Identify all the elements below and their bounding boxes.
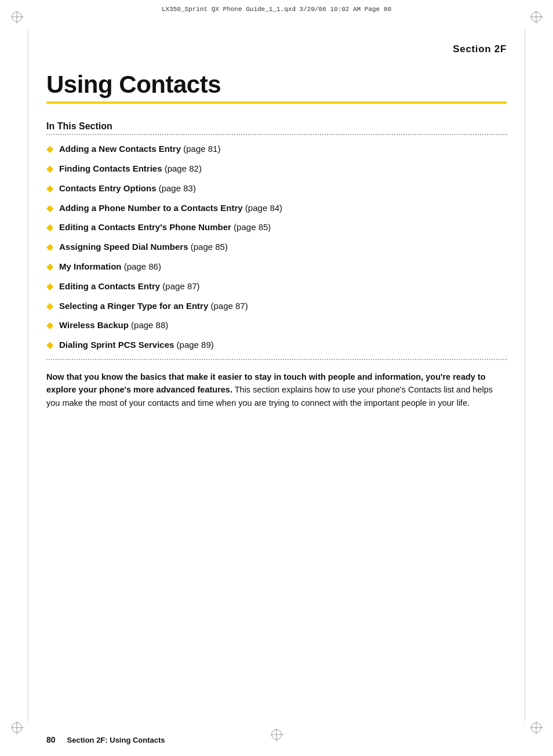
description-paragraph: Now that you know the basics that make i… [46, 370, 507, 409]
item-normal-text: (page 81) [181, 144, 220, 154]
title-underline [46, 101, 507, 104]
diamond-icon: ◆ [46, 202, 53, 215]
diamond-icon: ◆ [46, 183, 53, 195]
diamond-icon: ◆ [46, 319, 53, 332]
item-bold-text: Adding a New Contacts Entry [59, 144, 181, 154]
in-this-section-heading: In This Section [46, 121, 507, 132]
diamond-icon: ◆ [46, 281, 53, 293]
item-bold-text: Dialing Sprint PCS Services [59, 340, 174, 350]
page-footer: 80 Section 2F: Using Contacts [46, 735, 507, 744]
item-normal-text: (page 87) [160, 281, 199, 291]
list-item: ◆ Finding Contacts Entries (page 82) [46, 163, 507, 175]
item-normal-text: (page 89) [174, 340, 213, 350]
file-header-bar: LX350_Sprint QX Phone Guide_1_1.qxd 3/20… [0, 0, 553, 19]
item-normal-text: (page 87) [208, 301, 248, 311]
reg-mark-bottom-left [12, 722, 22, 733]
list-item: ◆ Adding a Phone Number to a Contacts En… [46, 202, 507, 215]
item-bold-text: Contacts Entry Options [59, 183, 157, 193]
item-normal-text: (page 83) [157, 183, 196, 193]
item-normal-text: (page 84) [243, 203, 282, 213]
reg-mark-bottom-right [531, 722, 541, 733]
list-item: ◆ Wireless Backup (page 88) [46, 319, 507, 332]
item-bold-text: Finding Contacts Entries [59, 163, 162, 173]
list-item: ◆ Dialing Sprint PCS Services (page 89) [46, 339, 507, 351]
list-item: ◆ Contacts Entry Options (page 83) [46, 183, 507, 195]
page-content: Section 2F Using Contacts In This Sectio… [46, 32, 507, 715]
diamond-icon: ◆ [46, 261, 53, 273]
item-bold-text: Editing a Contacts Entry [59, 281, 160, 291]
diamond-icon: ◆ [46, 300, 53, 312]
item-normal-text: (page 88) [129, 320, 168, 330]
list-item: ◆ Assigning Speed Dial Numbers (page 85) [46, 241, 507, 253]
diamond-icon: ◆ [46, 339, 53, 351]
list-item: ◆ My Information (page 86) [46, 261, 507, 273]
footer-section-label: Section 2F: Using Contacts [67, 736, 165, 744]
list-item: ◆ Selecting a Ringer Type for an Entry (… [46, 300, 507, 312]
item-normal-text: (page 86) [122, 261, 161, 271]
item-bold-text: Adding a Phone Number to a Contacts Entr… [59, 203, 243, 213]
list-item: ◆ Editing a Contacts Entry's Phone Numbe… [46, 221, 507, 234]
diamond-icon: ◆ [46, 241, 53, 253]
diamond-icon: ◆ [46, 221, 53, 234]
section-list: ◆ Adding a New Contacts Entry (page 81) … [46, 143, 507, 351]
dotted-line-bottom [46, 359, 507, 360]
diamond-icon: ◆ [46, 143, 53, 155]
vertical-line-right [525, 29, 525, 721]
vertical-line-left [28, 29, 28, 721]
item-bold-text: Editing a Contacts Entry's Phone Number [59, 222, 231, 232]
diamond-icon: ◆ [46, 163, 53, 175]
file-info-text: LX350_Sprint QX Phone Guide_1_1.qxd 3/20… [162, 6, 391, 13]
item-normal-text: (page 82) [162, 163, 202, 173]
item-bold-text: Selecting a Ringer Type for an Entry [59, 301, 208, 311]
footer-page-number: 80 [46, 735, 56, 744]
list-item: ◆ Adding a New Contacts Entry (page 81) [46, 143, 507, 155]
item-bold-text: Assigning Speed Dial Numbers [59, 242, 188, 252]
item-bold-text: My Information [59, 261, 122, 271]
list-item: ◆ Editing a Contacts Entry (page 87) [46, 281, 507, 293]
item-normal-text: (page 85) [231, 222, 271, 232]
dotted-line-top [46, 134, 507, 135]
section-label: Section 2F [46, 43, 507, 55]
main-title: Using Contacts [46, 71, 507, 98]
item-normal-text: (page 85) [188, 242, 228, 252]
item-bold-text: Wireless Backup [59, 320, 129, 330]
